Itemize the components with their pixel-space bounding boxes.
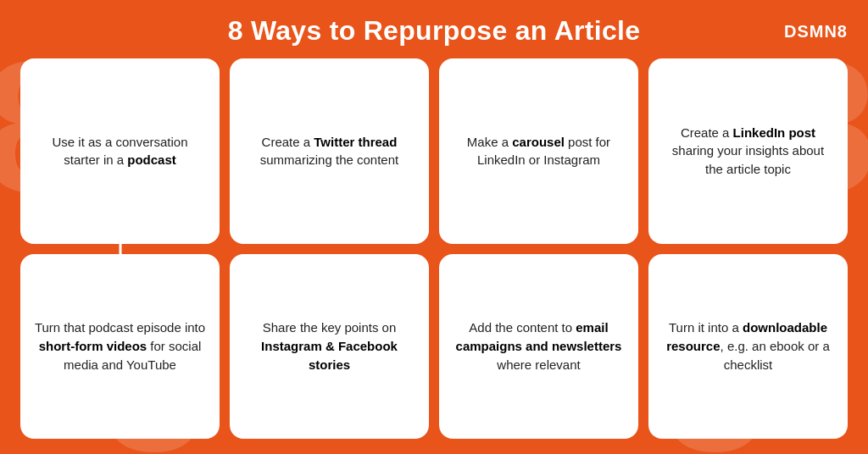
card-1: Use it as a conversation starter in a po… <box>20 58 220 244</box>
card-6-text: Share the key points on Instagram & Face… <box>243 318 415 374</box>
card-8-text: Turn it into a downloadable resource, e.… <box>662 318 834 374</box>
card-5-text: Turn that podcast episode into short-for… <box>34 318 206 374</box>
card-5: Turn that podcast episode into short-for… <box>20 254 220 440</box>
card-7-text: Add the content to email campaigns and n… <box>453 318 625 374</box>
card-3-text: Make a carousel post for LinkedIn or Ins… <box>453 133 625 170</box>
card-1-text: Use it as a conversation starter in a po… <box>34 133 206 170</box>
arrow-down-icon <box>108 242 132 266</box>
card-3: Make a carousel post for LinkedIn or Ins… <box>439 58 638 244</box>
card-6: Share the key points on Instagram & Face… <box>230 254 429 440</box>
cards-grid: Use it as a conversation starter in a po… <box>20 58 848 439</box>
header: 8 Ways to Repurpose an Article DSMN8 <box>20 15 848 47</box>
card-4: Create a LinkedIn post sharing your insi… <box>648 58 848 244</box>
card-7: Add the content to email campaigns and n… <box>439 254 638 440</box>
main-container: 8 8 8 8 8 Ways to Repurpose an Article D… <box>0 0 868 454</box>
card-4-text: Create a LinkedIn post sharing your insi… <box>662 124 834 179</box>
page-title: 8 Ways to Repurpose an Article <box>228 15 641 47</box>
card-2-text: Create a Twitter thread summarizing the … <box>243 133 415 170</box>
card-8: Turn it into a downloadable resource, e.… <box>648 254 848 440</box>
card-2: Create a Twitter thread summarizing the … <box>230 58 429 244</box>
logo: DSMN8 <box>784 21 848 41</box>
